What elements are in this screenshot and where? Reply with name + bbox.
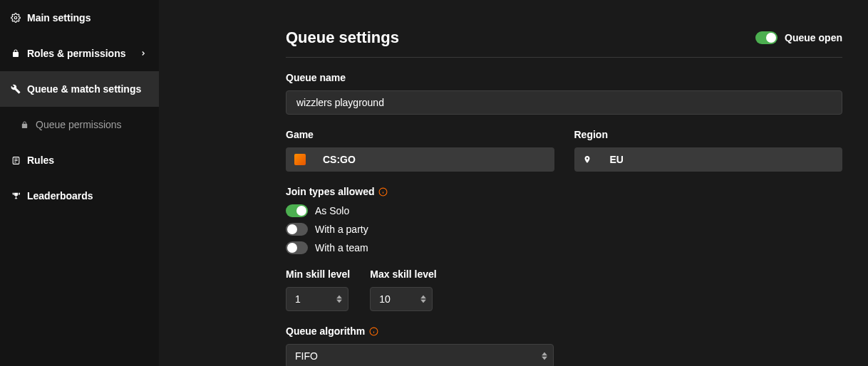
queue-open-group: Queue open: [755, 31, 842, 44]
join-type-solo-row: As Solo: [286, 204, 842, 217]
join-type-party-row: With a party: [286, 223, 842, 236]
join-type-label: With a party: [315, 224, 368, 235]
sidebar-item-rules[interactable]: Rules: [0, 142, 159, 178]
svg-marker-8: [336, 296, 342, 299]
join-types-label: Join types allowed: [286, 186, 842, 197]
svg-point-0: [14, 16, 17, 19]
sidebar-item-label: Roles & permissions: [27, 48, 126, 59]
region-select[interactable]: EU: [574, 147, 843, 172]
min-skill-select[interactable]: 1: [286, 287, 348, 311]
stepper-icon: [542, 352, 547, 360]
svg-marker-16: [542, 357, 547, 360]
header-row: Queue settings Queue open: [286, 28, 842, 58]
join-type-label: With a team: [315, 242, 368, 253]
pin-icon: [583, 155, 593, 164]
join-type-team-toggle[interactable]: [286, 241, 308, 254]
svg-marker-9: [336, 300, 342, 303]
gear-icon: [10, 12, 21, 23]
queue-algorithm-select[interactable]: FIFO: [286, 344, 554, 366]
join-type-label: As Solo: [315, 205, 349, 216]
min-skill-value: 1: [295, 293, 301, 305]
info-icon[interactable]: [369, 327, 378, 336]
queue-name-input[interactable]: [286, 90, 842, 115]
svg-marker-11: [420, 300, 426, 303]
queue-algorithm-value: FIFO: [295, 350, 318, 362]
min-skill-label: Min skill level: [286, 268, 350, 280]
sidebar-item-queue-permissions[interactable]: Queue permissions: [0, 107, 159, 142]
lock-icon: [19, 119, 30, 130]
game-value: CS:GO: [323, 154, 356, 165]
region-value: EU: [610, 154, 624, 165]
region-label: Region: [574, 129, 843, 140]
max-skill-value: 10: [379, 293, 391, 305]
main-content: Queue settings Queue open Queue name Gam…: [159, 0, 868, 366]
tools-icon: [10, 83, 21, 95]
lock-icon: [10, 48, 21, 59]
join-type-team-row: With a team: [286, 241, 842, 254]
sidebar-item-main-settings[interactable]: Main settings: [0, 0, 159, 36]
sidebar-item-label: Leaderboards: [27, 190, 93, 202]
sidebar-item-roles-permissions[interactable]: Roles & permissions: [0, 36, 159, 71]
svg-marker-15: [542, 352, 547, 356]
game-select[interactable]: CS:GO: [286, 147, 554, 172]
queue-name-label: Queue name: [286, 72, 842, 83]
stepper-icon: [336, 296, 342, 303]
queue-open-toggle[interactable]: [755, 31, 777, 44]
sidebar-item-queue-match-settings[interactable]: Queue & match settings: [0, 71, 159, 107]
game-icon: [294, 154, 306, 165]
chevron-right-icon: [138, 48, 149, 59]
sidebar-item-label: Main settings: [27, 12, 91, 23]
stepper-icon: [420, 296, 426, 303]
join-type-solo-toggle[interactable]: [286, 204, 308, 217]
join-type-party-toggle[interactable]: [286, 223, 308, 236]
document-icon: [10, 155, 21, 166]
page-title: Queue settings: [286, 28, 399, 47]
sidebar-item-label: Queue permissions: [36, 119, 122, 130]
game-label: Game: [286, 129, 554, 140]
sidebar: Main settings Roles & permissions Queue …: [0, 0, 159, 366]
max-skill-select[interactable]: 10: [370, 287, 433, 311]
sidebar-item-leaderboards[interactable]: Leaderboards: [0, 178, 159, 214]
max-skill-label: Max skill level: [370, 268, 436, 280]
queue-open-label: Queue open: [785, 32, 842, 43]
info-icon[interactable]: [378, 187, 388, 197]
sidebar-item-label: Rules: [27, 155, 54, 166]
svg-marker-10: [420, 296, 426, 299]
sidebar-item-label: Queue & match settings: [27, 83, 141, 95]
trophy-icon: [10, 190, 21, 202]
queue-algorithm-label: Queue algorithm: [286, 325, 842, 337]
